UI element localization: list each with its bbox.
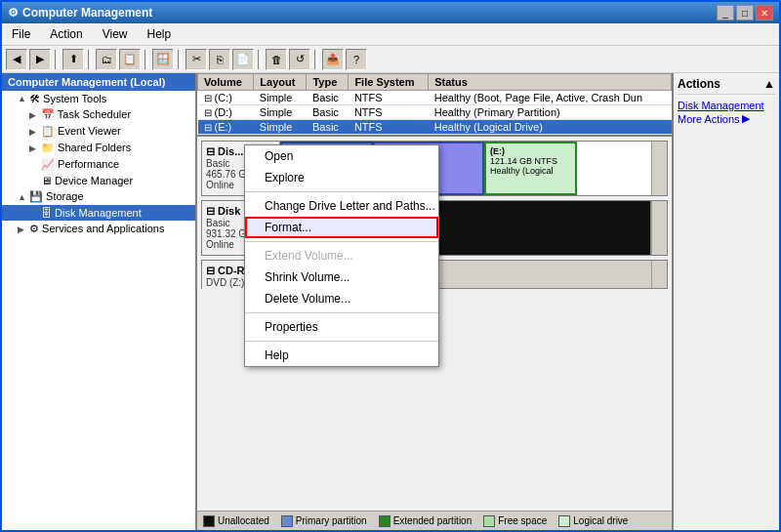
ctx-properties[interactable]: Properties [245,316,438,338]
ctx-separator-2 [245,241,438,242]
window-controls: _ □ ✕ [717,5,773,20]
tree-item-task-scheduler[interactable]: ▶ 📅 Task Scheduler [2,106,195,123]
tree-item-system-tools[interactable]: ▲ 🛠 System Tools [2,91,195,106]
up-button[interactable]: ⬆ [62,49,84,70]
ctx-extend-volume: Extend Volume... [245,245,438,266]
cell-layout: Simple [254,120,307,135]
disk-partition[interactable]: (E:) 121.14 GB NTFS Healthy (Logical [484,142,577,195]
new-window-button[interactable]: 🪟 [152,49,174,70]
chevron-right-icon: ▶ [742,112,750,125]
partition-detail: 121.14 GB NTFS [490,156,571,166]
cell-type: Basic [307,120,349,135]
table-row[interactable]: ⊟(D:) Simple Basic NTFS Healthy (Primary… [198,105,672,120]
volume-table-area: Volume Layout Type File System Status ⊟(… [197,73,672,135]
action-more-actions[interactable]: More Actions ▶ [678,112,775,125]
delete-button[interactable]: 🗑 [266,49,287,70]
col-layout[interactable]: Layout [254,74,307,91]
export-button[interactable]: 📤 [322,49,344,70]
scroll-area-0 [651,142,667,195]
ctx-change-drive[interactable]: Change Drive Letter and Paths... [245,195,438,217]
col-status[interactable]: Status [429,74,672,91]
cell-status: Healthy (Logical Drive) [429,120,672,135]
copy-button[interactable]: ⎘ [209,49,230,70]
legend-unallocated: Unallocated [203,515,269,527]
tree-item-storage[interactable]: ▲ 💾 Storage [2,188,195,205]
tree-item-performance[interactable]: 📈 Performance [2,156,195,173]
partition-detail2: Healthy (Logical [490,166,571,176]
minimize-button[interactable]: _ [717,5,734,20]
legend-extended: Extended partition [379,515,473,527]
tree-item-event-viewer[interactable]: ▶ 📋 Event Viewer [2,123,195,140]
expand-icon: ▲ [18,192,27,202]
actions-collapse-icon[interactable]: ▲ [763,77,775,91]
show-hide-button[interactable]: 🗂 [96,49,117,70]
legend-label-extended: Extended partition [393,515,473,526]
cell-volume: ⊟(C:) [198,91,254,105]
cell-status: Healthy (Boot, Page File, Active, Crash … [429,91,672,105]
cell-layout: Simple [254,91,307,105]
tree-item-shared-folders[interactable]: ▶ 📁 Shared Folders [2,140,195,156]
tree-item-disk-management[interactable]: 🗄 Disk Management [2,205,195,221]
legend-label-primary: Primary partition [296,515,367,526]
col-volume[interactable]: Volume [198,74,254,91]
tree-item-label: 🛠 System Tools [29,93,106,104]
expand-icon: ▶ [18,225,27,234]
actions-panel: Actions ▲ Disk Management More Actions ▶ [672,73,779,530]
expand-icon: ▲ [18,94,27,103]
toolbar-separator-4 [178,50,182,69]
legend-free-space: Free space [483,515,547,527]
toolbar-separator-1 [55,50,59,69]
maximize-button[interactable]: □ [736,5,754,20]
cut-button[interactable]: ✂ [185,49,207,70]
app-icon: ⚙ [8,6,19,20]
refresh-button[interactable]: ↺ [289,49,310,70]
tree-item-label: 🗄 Disk Management [41,207,142,219]
expand-icon: ▶ [29,143,39,153]
menu-help[interactable]: Help [142,25,178,43]
tree-item-label: 💾 Storage [29,190,84,203]
title-bar-left: ⚙ Computer Management [8,6,152,20]
legend-label-logical: Logical drive [573,515,628,526]
cell-type: Basic [307,105,349,120]
table-row[interactable]: ⊟(E:) Simple Basic NTFS Healthy (Logical… [198,120,672,135]
tree-item-label: 📁 Shared Folders [41,142,131,154]
col-type[interactable]: Type [307,74,349,91]
properties-button[interactable]: 📋 [119,49,141,70]
help-button[interactable]: ? [346,49,367,70]
toolbar: ◀ ▶ ⬆ 🗂 📋 🪟 ✂ ⎘ 📄 🗑 ↺ 📤 ? [2,46,779,73]
table-row[interactable]: ⊟(C:) Simple Basic NTFS Healthy (Boot, P… [198,91,672,105]
menu-file[interactable]: File [6,25,36,43]
back-button[interactable]: ◀ [6,49,27,70]
cell-type: Basic [307,91,349,105]
col-filesystem[interactable]: File System [349,74,429,91]
tree-item-services[interactable]: ▶ ⚙ Services and Applications [2,221,195,237]
tree-item-label: 🖥 Device Manager [41,175,133,186]
scroll-area-1 [651,201,667,255]
ctx-delete-volume[interactable]: Delete Volume... [245,288,438,309]
action-more-label: More Actions [678,113,740,125]
menu-bar: File Action View Help [2,23,779,46]
tree-title: Computer Management (Local) [2,73,195,91]
ctx-help[interactable]: Help [245,345,438,366]
legend-logical: Logical drive [558,515,628,527]
ctx-format[interactable]: Format... [245,217,438,238]
menu-view[interactable]: View [97,25,134,43]
ctx-explore[interactable]: Explore [245,167,438,188]
volume-table: Volume Layout Type File System Status ⊟(… [197,73,672,135]
title-bar: ⚙ Computer Management _ □ ✕ [2,2,779,23]
ctx-shrink-volume[interactable]: Shrink Volume... [245,266,438,288]
forward-button[interactable]: ▶ [29,49,51,70]
cell-fs: NTFS [349,91,429,105]
ctx-open[interactable]: Open [245,145,438,167]
legend-swatch-extended [379,515,390,527]
paste-button[interactable]: 📄 [232,49,254,70]
actions-title-label: Actions [678,77,720,91]
tree-item-device-manager[interactable]: 🖥 Device Manager [2,173,195,188]
legend-swatch-primary [281,515,293,527]
action-disk-management[interactable]: Disk Management [678,99,775,112]
tree-item-label: 📋 Event Viewer [41,125,121,138]
menu-action[interactable]: Action [44,25,88,43]
cell-status: Healthy (Primary Partition) [429,105,672,120]
legend-primary: Primary partition [281,515,367,527]
close-button[interactable]: ✕ [756,5,773,20]
